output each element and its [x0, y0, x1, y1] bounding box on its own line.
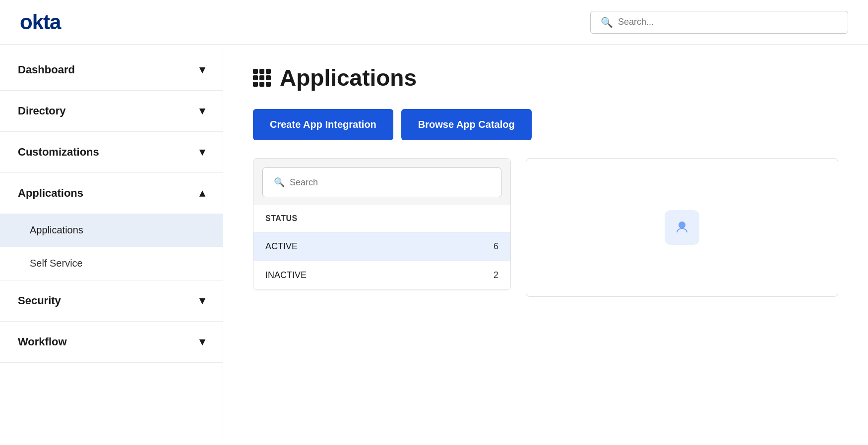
nav-item-customizations-label: Customizations: [18, 146, 99, 159]
okta-logo: okta: [20, 10, 61, 34]
nav-sub-items-applications: Applications Self Service: [0, 214, 223, 280]
filter-row-active[interactable]: ACTIVE 6: [253, 232, 510, 261]
nav-item-dashboard: Dashboard ▾: [0, 50, 223, 91]
chevron-down-icon: ▾: [199, 146, 205, 159]
filter-panel: 🔍 STATUS ACTIVE 6 INACTIVE 2: [253, 158, 511, 290]
filter-search-icon: 🔍: [274, 177, 285, 188]
nav-item-customizations: Customizations ▾: [0, 132, 223, 173]
app-list-panel: [526, 158, 838, 297]
sidebar-item-self-service-label: Self Service: [30, 258, 83, 269]
global-search-icon: 🔍: [601, 16, 613, 28]
chevron-up-icon: ▴: [199, 187, 205, 200]
filter-row-inactive[interactable]: INACTIVE 2: [253, 261, 510, 290]
nav-item-security-label: Security: [18, 294, 61, 307]
filter-active-label: ACTIVE: [265, 241, 298, 252]
main-layout: Dashboard ▾ Directory ▾ Customizations ▾…: [0, 45, 868, 445]
page-title-row: Applications: [253, 64, 838, 91]
nav-item-directory-header[interactable]: Directory ▾: [0, 91, 223, 131]
nav-item-dashboard-header[interactable]: Dashboard ▾: [0, 50, 223, 90]
nav-item-workflow-label: Workflow: [18, 335, 67, 348]
nav-item-directory-label: Directory: [18, 105, 66, 117]
nav-item-applications-label: Applications: [18, 187, 83, 200]
nav-item-dashboard-label: Dashboard: [18, 63, 75, 76]
sidebar-item-applications[interactable]: Applications: [0, 214, 223, 247]
app-icon: [665, 210, 699, 245]
nav-item-customizations-header[interactable]: Customizations ▾: [0, 132, 223, 172]
filter-status-table: STATUS ACTIVE 6 INACTIVE 2: [253, 205, 510, 290]
grid-icon: [253, 69, 271, 87]
main-content: Applications Create App Integration Brow…: [223, 45, 868, 445]
filter-status-header: STATUS: [253, 205, 510, 232]
nav-item-security: Security ▾: [0, 280, 223, 322]
nav-item-applications: Applications ▴ Applications Self Service: [0, 173, 223, 280]
action-buttons: Create App Integration Browse App Catalo…: [253, 109, 838, 140]
page-title: Applications: [280, 64, 417, 91]
filter-active-count: 6: [494, 241, 498, 252]
chevron-down-icon: ▾: [199, 105, 205, 117]
nav-item-security-header[interactable]: Security ▾: [0, 280, 223, 321]
browse-app-catalog-button[interactable]: Browse App Catalog: [401, 109, 532, 140]
nav-item-applications-header[interactable]: Applications ▴: [0, 173, 223, 214]
chevron-down-icon: ▾: [199, 294, 205, 307]
global-search-input[interactable]: [618, 17, 838, 27]
content-row: 🔍 STATUS ACTIVE 6 INACTIVE 2: [253, 158, 838, 297]
filter-inactive-label: INACTIVE: [265, 270, 307, 280]
sidebar-item-self-service[interactable]: Self Service: [0, 247, 223, 280]
nav-item-directory: Directory ▾: [0, 91, 223, 132]
sidebar-item-applications-label: Applications: [30, 224, 83, 236]
nav-item-workflow: Workflow ▾: [0, 322, 223, 363]
filter-search-container[interactable]: 🔍: [262, 167, 501, 197]
filter-inactive-count: 2: [494, 270, 498, 280]
header: okta 🔍: [0, 0, 868, 45]
filter-search-input[interactable]: [290, 177, 490, 188]
chevron-down-icon: ▾: [199, 63, 205, 76]
chevron-down-icon: ▾: [199, 335, 205, 348]
sidebar: Dashboard ▾ Directory ▾ Customizations ▾…: [0, 45, 223, 445]
create-app-integration-button[interactable]: Create App Integration: [253, 109, 393, 140]
nav-item-workflow-header[interactable]: Workflow ▾: [0, 322, 223, 362]
global-search-container[interactable]: 🔍: [590, 11, 848, 34]
